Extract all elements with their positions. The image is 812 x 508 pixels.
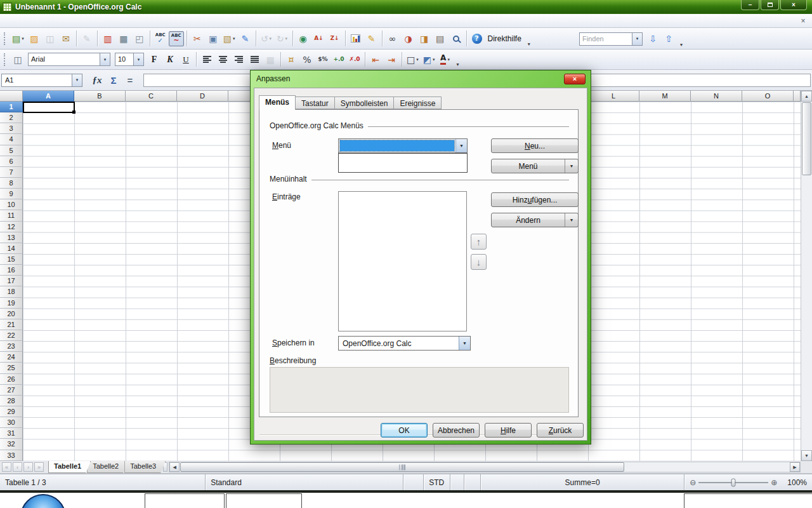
sort-ascending-icon[interactable]: A↓ <box>311 31 327 46</box>
row-header-5[interactable]: 5 <box>0 145 23 156</box>
column-header-C[interactable]: C <box>126 91 177 102</box>
column-header-L[interactable]: L <box>588 91 639 102</box>
redo-icon-dropdown[interactable]: ▾ <box>285 36 288 41</box>
restore-button[interactable] <box>761 0 779 10</box>
modify-button[interactable]: Ändern ▼ <box>491 213 579 227</box>
page-preview-icon[interactable]: ◰ <box>132 31 147 46</box>
row-header-10[interactable]: 10 <box>0 199 23 210</box>
scroll-up-icon[interactable]: ▲ <box>801 91 812 102</box>
add-button[interactable]: Hinzufügen... <box>491 192 579 207</box>
print-icon[interactable]: ▦ <box>116 31 131 46</box>
close-button[interactable]: × <box>780 0 807 10</box>
background-color-icon-dropdown[interactable]: ▾ <box>433 57 435 62</box>
font-color-icon-dropdown[interactable]: ▾ <box>447 57 450 62</box>
modify-button-dropdown[interactable]: ▼ <box>565 213 578 227</box>
row-header-20[interactable]: 20 <box>0 309 23 319</box>
new-button[interactable]: Neu... <box>491 138 579 153</box>
align-right-icon[interactable] <box>231 52 246 67</box>
formula-icon[interactable]: = <box>122 72 138 88</box>
close-document-icon[interactable]: × <box>798 16 808 26</box>
currency-icon[interactable]: ¤ <box>284 52 299 67</box>
font-name-select[interactable]: Arial▾ <box>28 53 110 66</box>
column-header-D[interactable]: D <box>177 91 228 102</box>
data-sources-icon[interactable]: ▤ <box>433 31 448 46</box>
menu-button[interactable]: Menü ▼ <box>491 159 579 173</box>
row-header-17[interactable]: 17 <box>0 276 23 286</box>
find-next-icon[interactable]: ⇩ <box>645 31 660 46</box>
column-header-O[interactable]: O <box>742 91 794 102</box>
tab-tastatur[interactable]: Tastatur <box>296 97 335 109</box>
zoom-in-icon[interactable]: ⊕ <box>771 478 777 487</box>
font-color-icon[interactable]: A▾ <box>438 52 453 67</box>
name-box-dropdown[interactable]: ▾ <box>72 74 82 86</box>
help-button[interactable]: Hilfe <box>485 423 532 438</box>
paste-icon-dropdown[interactable]: ▾ <box>233 36 235 41</box>
sheet-nav-last[interactable]: » <box>34 462 44 472</box>
font-name-select-dropdown[interactable]: ▾ <box>100 53 110 65</box>
function-wizard-icon[interactable]: ƒx <box>89 72 105 88</box>
email-icon[interactable]: ✉ <box>58 31 74 46</box>
borders-icon[interactable]: □▾ <box>405 52 421 67</box>
copy-icon[interactable]: ▣ <box>206 31 221 46</box>
column-header-M[interactable]: M <box>639 91 691 102</box>
row-header-31[interactable]: 31 <box>0 428 23 439</box>
zoom-track[interactable] <box>698 482 768 483</box>
standard-format-icon[interactable]: $% <box>315 52 331 67</box>
save-in-select[interactable]: OpenOffice.org Calc ▼ <box>338 336 471 351</box>
cancel-button[interactable]: Abbrechen <box>433 423 480 438</box>
sum-display[interactable]: Summe=0 <box>481 474 684 490</box>
navigator-icon[interactable]: ◑ <box>401 31 416 46</box>
minimize-button[interactable]: – <box>741 0 759 10</box>
vertical-scrollbar[interactable]: ▲ ▼ <box>801 91 812 461</box>
justify-icon[interactable] <box>247 52 262 67</box>
sheet-tab-tabelle3[interactable]: Tabelle3 <box>124 461 166 473</box>
row-header-27[interactable]: 27 <box>0 385 23 396</box>
export-pdf-icon[interactable]: ▥ <box>100 31 115 46</box>
row-header-18[interactable]: 18 <box>0 286 23 297</box>
row-header-22[interactable]: 22 <box>0 330 23 341</box>
zoom-thumb[interactable] <box>731 478 736 486</box>
borders-icon-dropdown[interactable]: ▾ <box>416 57 419 62</box>
zoom-icon[interactable] <box>449 31 464 46</box>
tab-ereignisse[interactable]: Ereignisse <box>394 97 442 109</box>
new-document-icon[interactable]: ▤▾ <box>10 31 26 46</box>
entries-listbox[interactable] <box>338 191 467 331</box>
row-header-19[interactable]: 19 <box>0 298 23 309</box>
increase-indent-icon[interactable]: ⇥ <box>384 52 399 67</box>
formatting-toolbar-overflow[interactable]: ▾ <box>454 50 462 69</box>
row-header-1[interactable]: 1 <box>0 102 23 112</box>
hyperlink-icon[interactable]: ◉ <box>296 31 311 46</box>
column-header-A[interactable]: A <box>23 91 74 102</box>
horizontal-scroll-thumb[interactable] <box>180 462 624 472</box>
delete-decimal-icon[interactable]: ✗.0 <box>347 52 362 67</box>
gallery-icon[interactable]: ◨ <box>417 31 432 46</box>
row-header-29[interactable]: 29 <box>0 406 23 417</box>
add-decimal-icon[interactable]: +.0 <box>331 52 346 67</box>
tab-symbolleisten[interactable]: Symbolleisten <box>335 97 395 109</box>
move-up-button[interactable]: ↑ <box>471 234 487 250</box>
underline-icon[interactable]: U <box>178 52 193 67</box>
select-all-corner[interactable] <box>0 91 23 102</box>
menu-open-list[interactable] <box>338 153 468 173</box>
formatting-toolbar-grip[interactable] <box>4 53 8 66</box>
scroll-right-icon[interactable]: ▶ <box>790 462 800 472</box>
chart-icon[interactable] <box>348 31 363 46</box>
row-header-3[interactable]: 3 <box>0 123 23 134</box>
paste-icon[interactable]: ▧▾ <box>221 31 237 46</box>
row-header-11[interactable]: 11 <box>0 210 23 221</box>
menu-select-dropdown[interactable]: ▼ <box>455 139 467 152</box>
find-input[interactable]: Finden▾ <box>579 32 643 46</box>
italic-icon[interactable]: K <box>162 52 178 67</box>
selection-mode[interactable]: STD <box>424 474 450 490</box>
bold-icon[interactable]: F <box>147 52 162 67</box>
row-header-16[interactable]: 16 <box>0 265 23 276</box>
row-header-33[interactable]: 33 <box>0 450 23 461</box>
open-document-icon[interactable]: ▨ <box>27 31 42 46</box>
start-orb-icon[interactable] <box>20 494 66 508</box>
save-in-dropdown[interactable]: ▼ <box>459 337 470 350</box>
back-button[interactable]: Zurück <box>537 423 584 438</box>
sheet-nav-next[interactable]: › <box>23 462 33 472</box>
row-header-13[interactable]: 13 <box>0 232 23 243</box>
row-header-15[interactable]: 15 <box>0 254 23 265</box>
draw-functions-icon[interactable]: ✎ <box>364 31 379 46</box>
